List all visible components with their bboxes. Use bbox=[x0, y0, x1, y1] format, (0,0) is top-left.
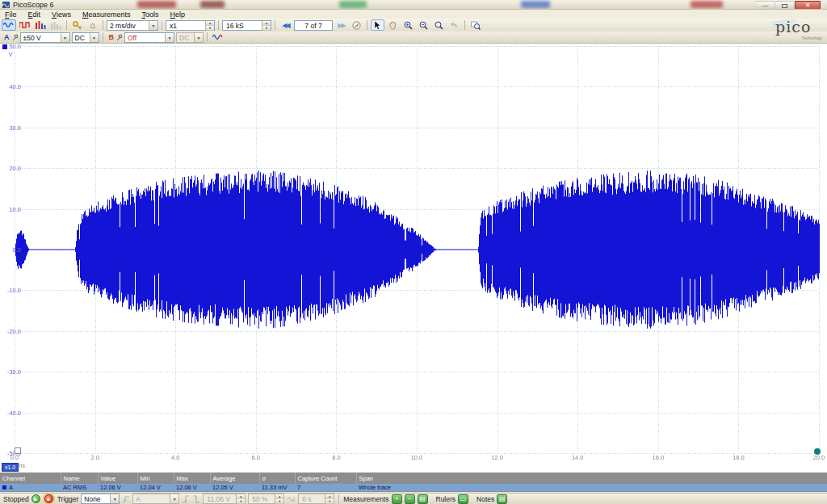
x-tick-label: 2.0 bbox=[83, 454, 107, 461]
table-header[interactable]: Min bbox=[137, 472, 174, 484]
table-row[interactable]: AAC RMS12.06 V12.04 V12.06 V12.05 V11.33… bbox=[0, 484, 827, 491]
separator bbox=[103, 32, 103, 42]
pico-logo: pico Technology bbox=[770, 19, 822, 42]
table-cell: 11.33 mV bbox=[259, 484, 295, 491]
spectrum-view-button[interactable] bbox=[34, 19, 48, 31]
zoom-in-tool[interactable] bbox=[401, 19, 415, 31]
menu-tools[interactable]: Tools bbox=[141, 10, 158, 19]
aero-blob bbox=[691, 1, 723, 8]
rulers-button[interactable]: ▭ bbox=[458, 494, 468, 504]
menu-views[interactable]: Views bbox=[52, 10, 71, 19]
zoom-out-icon bbox=[419, 21, 428, 30]
table-header[interactable]: σ bbox=[259, 472, 295, 484]
y-tick-label: 20.0 bbox=[0, 165, 21, 172]
aero-blob bbox=[339, 1, 367, 8]
pretrigger-stepper[interactable]: 50 % ▲▼ bbox=[248, 494, 284, 504]
spinner-arrows[interactable]: ▲▼ bbox=[275, 494, 283, 503]
window-title: PicoScope 6 bbox=[13, 1, 54, 9]
channel-a-range-select[interactable]: ±50 V ▼ bbox=[20, 32, 70, 43]
zoom-overview-button[interactable] bbox=[468, 19, 482, 31]
y-tick-label: -40.0 bbox=[0, 410, 21, 417]
close-button[interactable]: ✕ bbox=[795, 1, 821, 10]
remove-measurement-button[interactable]: − bbox=[405, 494, 415, 504]
channel-b-range-select[interactable]: Off ▼ bbox=[124, 32, 174, 43]
marquee-zoom-tool[interactable] bbox=[432, 19, 446, 31]
trigger-label: Trigger bbox=[57, 495, 79, 503]
table-header[interactable]: Value bbox=[98, 472, 137, 484]
menu-measurements[interactable]: Measurements bbox=[82, 10, 131, 19]
rising-edge-icon[interactable] bbox=[182, 495, 190, 503]
scope-view-button[interactable] bbox=[2, 19, 16, 31]
trigger-delay-stepper[interactable]: 0 s ▲▼ bbox=[298, 494, 334, 504]
table-header[interactable]: Span bbox=[356, 472, 827, 484]
table-header[interactable]: Name bbox=[61, 472, 98, 484]
timebase-select[interactable]: 2 ms/div ▼ bbox=[107, 20, 158, 31]
maximize-button[interactable] bbox=[775, 1, 794, 10]
trigger-level-stepper[interactable]: 11.06 V ▲▼ bbox=[203, 494, 246, 504]
persistence-view-button[interactable] bbox=[49, 19, 63, 31]
timebase-value: 2 ms/div bbox=[107, 21, 149, 30]
waveform-canvas[interactable] bbox=[0, 44, 827, 472]
table-header[interactable]: Channel bbox=[0, 472, 61, 484]
trigger-mode-select[interactable]: None ▼ bbox=[81, 494, 120, 504]
falling-edge-icon[interactable] bbox=[192, 495, 200, 503]
zoom-in-icon bbox=[404, 21, 413, 30]
properties-button[interactable] bbox=[70, 19, 84, 31]
titlebar[interactable]: PicoScope 6 — ✕ bbox=[0, 0, 827, 10]
edit-measurement-button[interactable]: ▤ bbox=[418, 494, 428, 504]
awg-sine-icon bbox=[212, 33, 224, 41]
probe-icon[interactable] bbox=[116, 34, 123, 41]
table-header[interactable]: Capture Count bbox=[295, 472, 356, 484]
spinner-arrows[interactable]: ▲▼ bbox=[262, 21, 271, 30]
y-tick-label: 50.0 bbox=[0, 43, 21, 50]
notes-button[interactable]: ▤ bbox=[497, 494, 507, 504]
x-tick-label: 16.0 bbox=[646, 454, 670, 461]
scope-view[interactable]: 50.040.030.020.010.00.0-10.0-20.0-30.0-4… bbox=[0, 44, 827, 472]
trigger-delay-icon[interactable] bbox=[287, 495, 296, 503]
probe-icon[interactable] bbox=[12, 34, 19, 41]
menu-help[interactable]: Help bbox=[170, 10, 185, 19]
hand-tool[interactable] bbox=[386, 19, 400, 31]
zoom-factor-value: x1 bbox=[166, 21, 205, 30]
buffer-overview-button[interactable] bbox=[350, 19, 363, 31]
menu-file[interactable]: File bbox=[5, 10, 17, 19]
normal-selection-tool[interactable] bbox=[371, 19, 384, 31]
menu-edit[interactable]: Edit bbox=[28, 10, 41, 19]
prev-buffer-button[interactable]: ◀◀ bbox=[279, 19, 292, 31]
separator bbox=[367, 20, 367, 30]
y-tick-label: -30.0 bbox=[0, 368, 21, 376]
spinner-arrows[interactable]: ▲▼ bbox=[236, 494, 245, 503]
channel-b-coupling-select[interactable]: DC ▼ bbox=[176, 32, 204, 43]
minimize-button[interactable]: — bbox=[756, 1, 775, 10]
separator bbox=[464, 20, 465, 30]
axis-drag-handle[interactable] bbox=[15, 447, 21, 454]
key-icon bbox=[73, 21, 82, 30]
samples-stepper[interactable]: 16 kS ▲▼ bbox=[222, 20, 271, 31]
channel-a-coupling-select[interactable]: DC ▼ bbox=[72, 32, 99, 43]
undo-zoom-button[interactable] bbox=[447, 19, 461, 31]
add-measurement-button[interactable]: + bbox=[392, 494, 402, 504]
next-buffer-button[interactable]: ▶▶ bbox=[334, 19, 348, 31]
y-tick-label: 0.0 bbox=[0, 246, 21, 254]
home-button[interactable]: ⌂ bbox=[86, 19, 99, 31]
separator bbox=[162, 20, 162, 30]
buffer-position-box[interactable]: 7 of 7 bbox=[294, 20, 333, 31]
zoom-factor-stepper[interactable]: x1 ▲▼ bbox=[166, 20, 215, 31]
signal-generator-button[interactable] bbox=[211, 32, 225, 43]
zoom-out-tool[interactable] bbox=[417, 19, 430, 31]
trigger-position-marker[interactable] bbox=[814, 448, 821, 455]
stop-capture-button[interactable]: ■ bbox=[44, 494, 53, 503]
x-tick-label: 12.0 bbox=[485, 454, 510, 461]
spinner-arrows[interactable]: ▲▼ bbox=[205, 21, 214, 30]
spinner-arrows[interactable]: ▲▼ bbox=[325, 494, 334, 503]
trigger-source-select[interactable]: A ▼ bbox=[132, 494, 179, 504]
table-header[interactable]: Average bbox=[210, 472, 259, 484]
start-capture-button[interactable]: ▶ bbox=[31, 494, 40, 503]
separator bbox=[275, 20, 275, 30]
channel-a-coupling-value: DC bbox=[73, 33, 90, 42]
xy-view-button[interactable] bbox=[18, 19, 32, 31]
separator bbox=[66, 20, 67, 30]
table-header[interactable]: Max bbox=[174, 472, 210, 484]
edge-trigger-icon[interactable] bbox=[122, 495, 130, 503]
double-left-arrow-icon: ◀◀ bbox=[282, 22, 288, 29]
